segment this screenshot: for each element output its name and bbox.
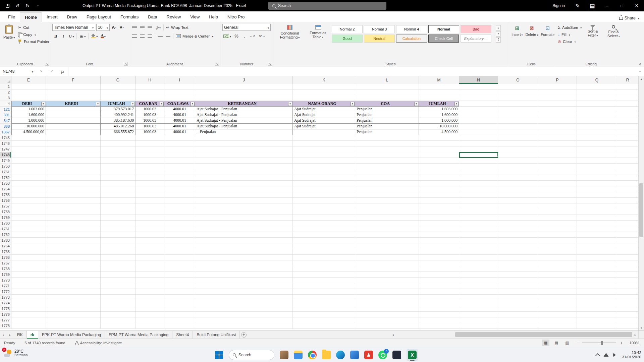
cell-Q1771[interactable] — [577, 283, 617, 289]
cell-L2[interactable] — [355, 89, 419, 95]
ribbon-tab-formulas[interactable]: Formulas — [116, 12, 143, 22]
cell-L1752[interactable] — [355, 175, 419, 181]
fill-button[interactable]: Fill — [557, 31, 582, 38]
cell-L1767[interactable] — [355, 260, 419, 266]
cell-F1776[interactable] — [46, 312, 101, 317]
cell-P1766[interactable] — [538, 255, 577, 260]
cell-F1757[interactable] — [46, 203, 101, 209]
cell-K1761[interactable] — [293, 226, 355, 232]
cell-E347[interactable]: 1.000.000 — [11, 118, 46, 124]
cell-E1778[interactable] — [11, 323, 46, 329]
cell-I1750[interactable] — [164, 164, 195, 169]
cell-L1763[interactable] — [355, 238, 419, 243]
cell-R1766[interactable] — [617, 255, 638, 260]
cell-F1760[interactable] — [46, 221, 101, 226]
alignment-dialog-launcher[interactable] — [215, 62, 219, 66]
cell-G1769[interactable] — [101, 272, 136, 278]
conditional-formatting-button[interactable]: Conditional Formatting — [275, 24, 304, 61]
cell-P1748[interactable] — [538, 152, 577, 158]
cell-Q4[interactable] — [577, 101, 617, 107]
horizontal-scroll-thumb[interactable] — [455, 332, 632, 337]
styles-scroll-up-button[interactable] — [496, 25, 501, 31]
cell-G121[interactable]: 379.573.017 — [101, 107, 136, 112]
borders-button[interactable] — [78, 33, 87, 40]
cell-P1777[interactable] — [538, 317, 577, 323]
cell-G1759[interactable] — [101, 215, 136, 221]
cell-G1763[interactable] — [101, 238, 136, 243]
cell-I868[interactable]: 4000.01 — [164, 124, 195, 129]
row-header-1758[interactable]: 1758 — [0, 209, 11, 215]
cell-R1764[interactable] — [617, 243, 638, 249]
cell-H1749[interactable] — [136, 158, 164, 164]
whatsapp-icon[interactable]: 8 — [378, 351, 387, 359]
style-normal[interactable]: Normal — [428, 25, 459, 33]
cell-F1753[interactable] — [46, 181, 101, 186]
cell-L1367[interactable]: Penjualan — [355, 129, 419, 135]
cell-G1772[interactable] — [101, 289, 136, 295]
edge-icon[interactable] — [336, 351, 345, 359]
cell-M1772[interactable] — [419, 289, 459, 295]
cell-I1768[interactable] — [164, 266, 195, 272]
cell-E1754[interactable] — [11, 186, 46, 192]
cell-K1777[interactable] — [293, 317, 355, 323]
cell-R868[interactable] — [617, 124, 638, 129]
cell-M1757[interactable] — [419, 203, 459, 209]
cell-N868[interactable] — [459, 124, 498, 129]
cell-Q1764[interactable] — [577, 243, 617, 249]
cell-F1747[interactable] — [46, 146, 101, 152]
cell-J4[interactable]: KETERANGAN▼ — [195, 101, 293, 107]
row-header-1770[interactable]: 1770 — [0, 278, 11, 283]
cell-J1769[interactable] — [195, 272, 293, 278]
cell-E1761[interactable] — [11, 226, 46, 232]
cell-O1748[interactable] — [498, 152, 538, 158]
cell-I1770[interactable] — [164, 278, 195, 283]
cell-R3[interactable] — [617, 95, 638, 101]
cell-N1765[interactable] — [459, 249, 498, 255]
cell-K121[interactable]: Ajat Sudrajat — [293, 107, 355, 112]
cell-O1753[interactable] — [498, 181, 538, 186]
font-color-button[interactable]: A — [100, 33, 107, 40]
cell-O2[interactable] — [498, 89, 538, 95]
cell-R1770[interactable] — [617, 278, 638, 283]
cell-E1755[interactable] — [11, 192, 46, 198]
cell-P1772[interactable] — [538, 289, 577, 295]
cell-N1759[interactable] — [459, 215, 498, 221]
row-header-1367[interactable]: 1367 — [0, 129, 11, 135]
cell-J1771[interactable] — [195, 283, 293, 289]
autosum-button[interactable]: AutoSum — [557, 24, 582, 31]
cell-N1751[interactable] — [459, 169, 498, 175]
cell-O1759[interactable] — [498, 215, 538, 221]
folder-icon[interactable] — [322, 351, 331, 359]
cell-E1746[interactable] — [11, 141, 46, 146]
page-break-view-button[interactable] — [564, 340, 571, 346]
cell-E1757[interactable] — [11, 203, 46, 209]
cell-F1773[interactable] — [46, 295, 101, 300]
cell-Q1[interactable] — [577, 84, 617, 89]
cell-H301[interactable]: 1000.03 — [136, 112, 164, 118]
row-header-1757[interactable]: 1757 — [0, 203, 11, 209]
cell-P1751[interactable] — [538, 169, 577, 175]
cell-J1773[interactable] — [195, 295, 293, 300]
column-header-H[interactable]: H — [136, 76, 164, 84]
hidden-icons-chevron[interactable] — [595, 353, 600, 358]
cell-L1754[interactable] — [355, 186, 419, 192]
cell-H2[interactable] — [136, 89, 164, 95]
cell-E1768[interactable] — [11, 266, 46, 272]
cell-I2[interactable] — [164, 89, 195, 95]
row-header-1762[interactable]: 1762 — [0, 232, 11, 238]
cell-G1754[interactable] — [101, 186, 136, 192]
cell-R1776[interactable] — [617, 312, 638, 317]
cell-J1762[interactable] — [195, 232, 293, 238]
column-header-K[interactable]: K — [293, 76, 355, 84]
cell-L347[interactable]: Penjualan — [355, 118, 419, 124]
cell-G1773[interactable] — [101, 295, 136, 300]
cell-Q868[interactable] — [577, 124, 617, 129]
cell-O1747[interactable] — [498, 146, 538, 152]
cell-H1763[interactable] — [136, 238, 164, 243]
cell-M1758[interactable] — [419, 209, 459, 215]
cell-L1775[interactable] — [355, 306, 419, 312]
cell-E1753[interactable] — [11, 181, 46, 186]
fill-handle[interactable] — [497, 157, 498, 158]
weather-widget[interactable]: 2 28°C Berawan — [3, 349, 28, 358]
cell-L1764[interactable] — [355, 243, 419, 249]
